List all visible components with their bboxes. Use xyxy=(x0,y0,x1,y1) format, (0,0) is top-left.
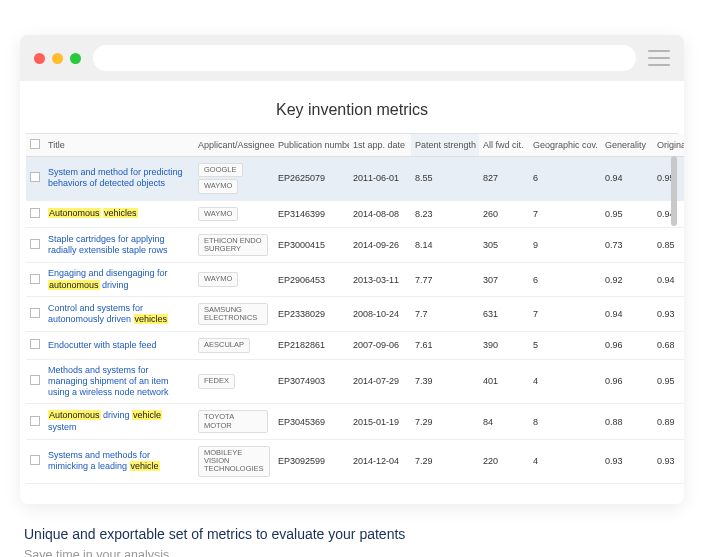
col-strength[interactable]: Patent strength xyxy=(411,134,479,157)
cell-originality: 0.68 xyxy=(653,332,684,359)
patent-title-link[interactable]: Autonomous driving vehicle system xyxy=(48,410,190,433)
col-checkbox[interactable] xyxy=(26,134,44,157)
cell-date: 2014-09-26 xyxy=(349,227,411,263)
col-date[interactable]: 1st app. date xyxy=(349,134,411,157)
cell-pubnum: EP3000415 xyxy=(274,227,349,263)
applicant-pill[interactable]: FEDEX xyxy=(198,374,235,388)
close-dot-icon[interactable] xyxy=(34,53,45,64)
cell-date: 2013-03-11 xyxy=(349,263,411,297)
cell-pubnum: EP3092599 xyxy=(274,439,349,483)
cell-strength: 7.7 xyxy=(411,296,479,332)
applicant-pill[interactable]: TOYOTA MOTOR xyxy=(198,410,268,433)
table-header-row: Title Applicant/Assignee Publication num… xyxy=(26,134,684,157)
row-checkbox[interactable] xyxy=(30,208,40,218)
cell-cit: 220 xyxy=(479,439,529,483)
applicant-pill[interactable]: WAYMO xyxy=(198,179,238,193)
col-applicant[interactable]: Applicant/Assignee xyxy=(194,134,274,157)
cell-generality: 0.88 xyxy=(601,404,653,440)
page-content: Key invention metrics Title Applicant/As… xyxy=(20,81,684,504)
cell-generality: 0.95 xyxy=(601,200,653,227)
patent-title-link[interactable]: Methods and systems for managing shipmen… xyxy=(48,365,190,399)
applicant-pill[interactable]: SAMSUNG ELECTRONICS xyxy=(198,303,268,326)
patent-title-link[interactable]: Control and systems for autonomously dri… xyxy=(48,303,190,326)
row-checkbox[interactable] xyxy=(30,274,40,284)
table-row[interactable]: Autonomous vehiclesWAYMOEP31463992014-08… xyxy=(26,200,684,227)
table-row[interactable]: Staple cartridges for applying radially … xyxy=(26,227,684,263)
scrollbar-thumb[interactable] xyxy=(671,156,677,226)
patent-title-link[interactable]: Engaging and disengaging for autonomous … xyxy=(48,268,190,291)
table-row[interactable]: Engaging and disengaging for autonomous … xyxy=(26,263,684,297)
menu-icon[interactable] xyxy=(648,50,670,66)
applicant-pill[interactable]: WAYMO xyxy=(198,207,238,221)
select-all-checkbox[interactable] xyxy=(30,139,40,149)
row-checkbox[interactable] xyxy=(30,375,40,385)
cell-generality: 0.73 xyxy=(601,227,653,263)
highlight-span: vehicle xyxy=(132,410,162,420)
applicant-pill[interactable]: MOBILEYE VISION TECHNOLOGIES xyxy=(198,446,270,477)
caption-headline: Unique and exportable set of metrics to … xyxy=(24,526,704,542)
cell-geo: 5 xyxy=(529,332,601,359)
cell-strength: 7.39 xyxy=(411,359,479,404)
cell-pubnum: EP2625079 xyxy=(274,157,349,201)
cell-originality: 0.85 xyxy=(653,227,684,263)
cell-pubnum: EP2338029 xyxy=(274,296,349,332)
cell-strength: 7.61 xyxy=(411,332,479,359)
url-bar[interactable] xyxy=(93,45,636,71)
cell-originality: 0.94 xyxy=(653,263,684,297)
col-originality[interactable]: Originality xyxy=(653,134,684,157)
patent-title-link[interactable]: Endocutter with staple feed xyxy=(48,340,190,351)
cell-originality: 0.89 xyxy=(653,404,684,440)
cell-strength: 7.29 xyxy=(411,439,479,483)
table-row[interactable]: Autonomous driving vehicle systemTOYOTA … xyxy=(26,404,684,440)
row-checkbox[interactable] xyxy=(30,455,40,465)
applicant-pill[interactable]: WAYMO xyxy=(198,272,238,286)
patent-title-link[interactable]: Staple cartridges for applying radially … xyxy=(48,234,190,257)
cell-cit: 305 xyxy=(479,227,529,263)
col-pubnum[interactable]: Publication number xyxy=(274,134,349,157)
highlight-span: Autonomous xyxy=(48,410,101,420)
cell-geo: 6 xyxy=(529,157,601,201)
cell-cit: 390 xyxy=(479,332,529,359)
row-checkbox[interactable] xyxy=(30,239,40,249)
cell-geo: 6 xyxy=(529,263,601,297)
browser-toolbar xyxy=(20,35,684,81)
table-row[interactable]: System and method for predicting behavio… xyxy=(26,157,684,201)
patent-title-link[interactable]: Autonomous vehicles xyxy=(48,208,190,219)
col-cit[interactable]: All fwd cit. xyxy=(479,134,529,157)
cell-originality: 0.94 xyxy=(653,200,684,227)
patent-title-link[interactable]: Systems and methods for mimicking a lead… xyxy=(48,450,190,473)
cell-generality: 0.92 xyxy=(601,263,653,297)
cell-pubnum: EP2182861 xyxy=(274,332,349,359)
cell-pubnum: EP3045369 xyxy=(274,404,349,440)
row-checkbox[interactable] xyxy=(30,416,40,426)
cell-date: 2008-10-24 xyxy=(349,296,411,332)
cell-strength: 8.23 xyxy=(411,200,479,227)
cell-strength: 7.77 xyxy=(411,263,479,297)
highlight-span: vehicles xyxy=(103,208,138,218)
cell-pubnum: EP3146399 xyxy=(274,200,349,227)
table-row[interactable]: Control and systems for autonomously dri… xyxy=(26,296,684,332)
minimize-dot-icon[interactable] xyxy=(52,53,63,64)
table-row[interactable]: Endocutter with staple feedAESCULAPEP218… xyxy=(26,332,684,359)
applicant-pill[interactable]: AESCULAP xyxy=(198,338,250,352)
col-geo[interactable]: Geographic cov. xyxy=(529,134,601,157)
cell-generality: 0.96 xyxy=(601,332,653,359)
cell-geo: 8 xyxy=(529,404,601,440)
cell-date: 2014-12-04 xyxy=(349,439,411,483)
table-row[interactable]: Systems and methods for mimicking a lead… xyxy=(26,439,684,483)
patent-title-link[interactable]: System and method for predicting behavio… xyxy=(48,167,190,190)
col-title[interactable]: Title xyxy=(44,134,194,157)
applicant-pill[interactable]: ETHICON ENDO SURGERY xyxy=(198,234,268,257)
row-checkbox[interactable] xyxy=(30,308,40,318)
row-checkbox[interactable] xyxy=(30,172,40,182)
applicant-pill[interactable]: GOOGLE xyxy=(198,163,243,177)
cell-geo: 4 xyxy=(529,359,601,404)
cell-generality: 0.94 xyxy=(601,157,653,201)
table-row[interactable]: Methods and systems for managing shipmen… xyxy=(26,359,684,404)
maximize-dot-icon[interactable] xyxy=(70,53,81,64)
row-checkbox[interactable] xyxy=(30,339,40,349)
cell-cit: 84 xyxy=(479,404,529,440)
cell-originality: 0.95 xyxy=(653,157,684,201)
col-generality[interactable]: Generality xyxy=(601,134,653,157)
cell-cit: 631 xyxy=(479,296,529,332)
